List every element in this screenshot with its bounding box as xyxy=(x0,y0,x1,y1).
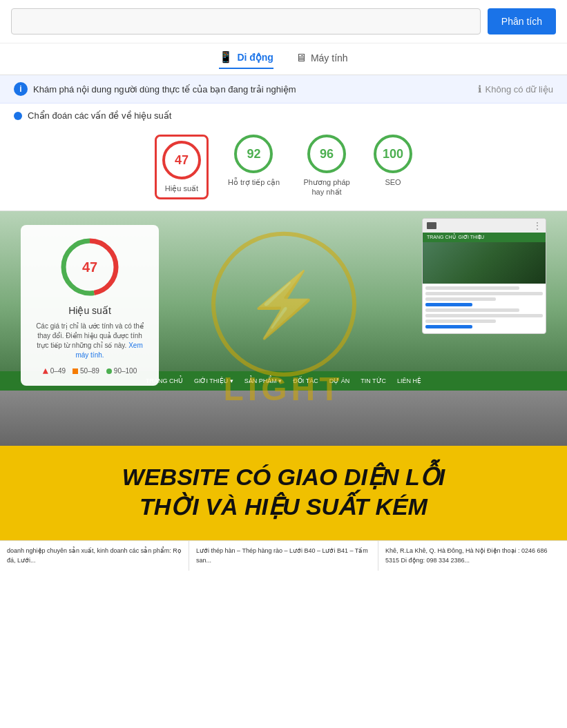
wp-text-1 xyxy=(425,286,519,290)
bottom-info: doanh nghiệp chuyên sản xuất, kinh doanh… xyxy=(0,540,567,571)
score-value-accessibility: 92 xyxy=(247,147,260,161)
wp-green-bar: TRANG CHỦ GIỚI THIỆU xyxy=(423,233,546,242)
metric-gauge: 47 xyxy=(59,236,121,298)
score-circle-performance: 47 xyxy=(162,141,201,179)
legend-red-dot xyxy=(43,368,48,374)
legend-red: 0–49 xyxy=(43,367,66,375)
nav-item-contact: LIÊN HỆ xyxy=(397,377,421,384)
bottom-col-3: Khê, R.La Khê, Q. Hà Đông, Hà Nội Điện t… xyxy=(378,541,567,571)
score-value-best-practices: 96 xyxy=(320,147,334,161)
score-card-performance[interactable]: 47 Hiệu suất xyxy=(155,135,209,199)
info-text: Khám phá nội dung người dùng thực tế của… xyxy=(33,84,296,95)
bottom-text-2: Lưới thép hàn – Thép hàng rào – Lưới B40… xyxy=(196,547,368,564)
mobile-icon: 📱 xyxy=(219,50,233,63)
score-card-best-practices[interactable]: 96 Phương pháp hay nhất xyxy=(299,135,354,199)
legend-orange: 50–89 xyxy=(73,367,99,375)
wp-content xyxy=(423,284,546,333)
desktop-icon: 🖥 xyxy=(296,52,307,64)
bottom-col-2: Lưới thép hàn – Thép hàng rào – Lưới B40… xyxy=(189,541,378,571)
bottom-text-1: doanh nghiệp chuyên sản xuất, kinh doanh… xyxy=(7,547,182,564)
diagnosis-header: Chẩn đoán các vấn đề về hiệu suất xyxy=(0,104,567,126)
wp-menu-dots: ⋮ xyxy=(533,221,541,230)
yellow-banner-title: WEBSITE CÓ GIAO DIỆN LỖI THỜI VÀ HIỆU SU… xyxy=(14,462,553,521)
metric-panel: 47 Hiệu suất Các giá trị chỉ là ước tính… xyxy=(21,225,159,386)
info-left: i Khám phá nội dung người dùng thực tế c… xyxy=(14,82,296,96)
legend-orange-range: 50–89 xyxy=(80,367,99,375)
score-label-seo: SEO xyxy=(385,177,401,187)
metric-legend: 0–49 50–89 90–100 xyxy=(35,367,145,375)
score-circle-best-practices: 96 xyxy=(307,135,346,173)
wp-nav-icon xyxy=(427,222,436,229)
legend-orange-dot xyxy=(73,368,78,374)
score-value-performance: 47 xyxy=(175,153,189,168)
score-label-accessibility: Hỗ trợ tiếp cận xyxy=(228,177,280,187)
nav-item-news: TIN TỨC xyxy=(361,377,386,384)
tab-desktop[interactable]: 🖥 Máy tính xyxy=(296,50,348,69)
bottom-col-1: doanh nghiệp chuyên sản xuất, kinh doanh… xyxy=(0,541,189,571)
score-circle-accessibility: 92 xyxy=(234,135,273,173)
metric-desc: Các giá trị chỉ là ước tính và có thể th… xyxy=(35,322,145,360)
wp-text-3 xyxy=(425,297,496,301)
wp-text-2 xyxy=(425,292,543,295)
preview-area: TRANG CHỦ GIỚI THIỆU ▾ SẢN PHẨM ▾ ĐỐI TÁ… xyxy=(0,211,567,446)
info-row: i Khám phá nội dung người dùng thực tế c… xyxy=(0,75,567,104)
legend-green-range: 90–100 xyxy=(114,367,137,375)
score-card-accessibility[interactable]: 92 Hỗ trợ tiếp cận xyxy=(228,135,280,199)
score-card-seo[interactable]: 100 SEO xyxy=(374,135,412,199)
top-bar: Phân tích xyxy=(0,0,567,43)
url-input[interactable] xyxy=(11,8,481,35)
wp-link-1 xyxy=(425,303,472,306)
wp-nav-home: TRANG CHỦ xyxy=(427,235,456,240)
score-cards-row: 47 Hiệu suất 92 Hỗ trợ tiếp cận 96 Phươn… xyxy=(0,126,567,211)
tab-desktop-label: Máy tính xyxy=(311,52,348,63)
no-data-label: Không có dữ liệu xyxy=(486,84,553,95)
wp-text-4 xyxy=(425,308,519,312)
score-label-best-practices: Phương pháp hay nhất xyxy=(299,177,354,197)
metric-title: Hiệu suất xyxy=(35,305,145,316)
score-value-seo: 100 xyxy=(383,147,403,161)
website-preview-panel: ⋮ TRANG CHỦ GIỚI THIỆU xyxy=(422,218,546,334)
score-label-performance: Hiệu suất xyxy=(165,184,198,193)
lightning-icon: ⚡ xyxy=(245,273,323,335)
info-right: ℹ Không có dữ liệu xyxy=(478,83,553,95)
dot-icon xyxy=(14,112,22,120)
diagnosis-label: Chẩn đoán các vấn đề về hiệu suất xyxy=(28,110,171,121)
bottom-text-3: Khê, R.La Khê, Q. Hà Đông, Hà Nội Điện t… xyxy=(385,547,548,564)
yellow-banner: WEBSITE CÓ GIAO DIỆN LỖI THỜI VÀ HIỆU SU… xyxy=(0,446,567,540)
svg-text:47: 47 xyxy=(82,259,97,275)
watermark-circle: ⚡ xyxy=(211,232,356,377)
info-right-icon: ℹ xyxy=(478,83,481,95)
legend-green-dot xyxy=(106,368,112,374)
banner-line1: WEBSITE CÓ GIAO DIỆN LỖI xyxy=(122,464,445,490)
legend-green: 90–100 xyxy=(106,367,137,375)
wp-text-6 xyxy=(425,319,496,323)
wp-nav-about: GIỚI THIỆU xyxy=(459,235,484,240)
wp-link-2 xyxy=(425,325,472,328)
legend-red-range: 0–49 xyxy=(50,367,66,375)
wp-header: ⋮ xyxy=(423,219,546,233)
banner-line2: THỜI VÀ HIỆU SUẤT KÉM xyxy=(140,493,427,520)
tab-mobile[interactable]: 📱 Di động xyxy=(219,50,273,69)
tab-mobile-label: Di động xyxy=(237,52,273,63)
analyze-button[interactable]: Phân tích xyxy=(488,8,556,35)
tabs-row: 📱 Di động 🖥 Máy tính xyxy=(0,43,567,75)
wp-text-5 xyxy=(425,314,543,317)
watermark: ⚡ LIGHT xyxy=(211,232,356,408)
score-circle-seo: 100 xyxy=(374,135,412,173)
wp-hero-image xyxy=(423,242,546,284)
info-icon: i xyxy=(14,82,28,96)
